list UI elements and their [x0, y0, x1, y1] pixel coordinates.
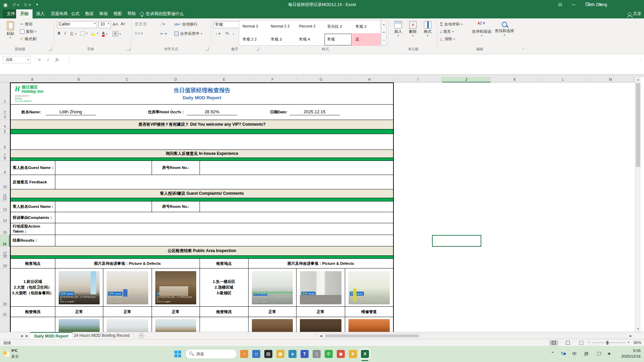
tab-scrollbar-splitter[interactable]: ⁞	[315, 334, 316, 337]
column-header-F[interactable]: F	[249, 77, 297, 82]
zoom-in-icon[interactable]: +	[627, 340, 630, 344]
merge-center-button[interactable]: 合并后居中▾	[174, 31, 202, 36]
cell-style-Percent 2[interactable]: Percent 2	[296, 20, 324, 33]
clear-button[interactable]: ◺清除▾	[440, 35, 463, 43]
horizontal-align-buttons[interactable]: ≡≡≡	[135, 31, 144, 35]
display-device-icon[interactable]: 🖵	[597, 351, 601, 356]
row-header-15[interactable]: 15	[0, 223, 10, 235]
phonetic-button[interactable]: 文▾	[113, 31, 121, 37]
cell-style-百分比 2[interactable]: 百分比 2	[324, 20, 352, 33]
column-header-C[interactable]: C	[103, 77, 152, 82]
accounting-format-button[interactable]: 🝔▾	[215, 31, 220, 36]
row-header-6[interactable]: 6	[0, 134, 10, 150]
sheet-nav-right-icon[interactable]: ▶	[24, 332, 30, 340]
vertical-scroll-thumb[interactable]	[636, 83, 640, 167]
taskbar-app-device[interactable]: ▯	[313, 350, 321, 358]
wrap-text-button[interactable]: ab↩自动换行	[174, 22, 198, 27]
fill-handle[interactable]	[480, 245, 482, 247]
photo-cell[interactable]: 打卡16:22贵州省贵阳市观山湖区…AC PARK商业综合体 2025.12.1…	[249, 268, 297, 306]
action-taken-input[interactable]	[55, 223, 393, 235]
sync-icon[interactable]: ↻	[561, 351, 566, 356]
taskbar-app-excel[interactable]: X	[361, 350, 369, 358]
tray-hidden-icons-chevron[interactable]: ⌃	[551, 351, 554, 356]
taskbar-app-contacts[interactable]: ◔	[240, 350, 248, 358]
fill-color-button[interactable]: ◌▾	[91, 31, 98, 36]
date-value[interactable]: 2025.12.15	[289, 109, 340, 115]
row-header-4[interactable]: 4	[0, 120, 10, 129]
restore-button[interactable]: ❐	[580, 0, 594, 9]
font-color-button[interactable]: A▾	[102, 31, 107, 37]
tab-insert[interactable]: 插入	[32, 9, 49, 18]
cell-style-Normal 2 2[interactable]: Normal 2 2	[267, 20, 296, 33]
cell-style-常规[interactable]: 常规	[324, 33, 352, 46]
insert-cells-button[interactable]: 插入▾	[391, 20, 405, 46]
tab-help[interactable]: 帮助	[123, 9, 140, 18]
collapse-ribbon-button[interactable]: ⌃	[522, 48, 525, 51]
cell-style-常规 4[interactable]: 常规 4	[296, 33, 324, 46]
horizontal-scroll-thumb[interactable]	[325, 335, 419, 337]
page-layout-view-icon[interactable]	[564, 340, 572, 346]
zoom-slider[interactable]	[592, 343, 626, 343]
normal-view-icon[interactable]	[549, 340, 558, 346]
row-header-14[interactable]: 14	[0, 212, 10, 223]
complaint-input[interactable]	[55, 212, 393, 223]
number-dialog-launcher[interactable]	[256, 47, 259, 51]
shrink-font-button[interactable]: A˅	[121, 22, 125, 26]
cell-style-差[interactable]: 差	[352, 33, 380, 46]
underline-dropdown[interactable]: ▾	[75, 33, 76, 36]
photo-cell[interactable]: 打卡16:18贵州省贵阳市观山湖区…AC PARK商业综合体 2025.12.1…	[297, 268, 345, 306]
save-icon[interactable]: ▣	[3, 2, 7, 7]
column-header-M[interactable]: M	[588, 77, 634, 82]
row-header-10[interactable]: 10	[0, 175, 10, 189]
sheet-nav-left-icon[interactable]: ◀	[19, 332, 24, 340]
room-no-input[interactable]	[200, 161, 393, 175]
enter-icon[interactable]: ✓	[47, 57, 50, 62]
font-dialog-launcher[interactable]	[127, 47, 130, 51]
row-header-3[interactable]: 3	[0, 115, 10, 120]
row-header-19[interactable]: 19	[0, 259, 10, 268]
indent-buttons[interactable]: ⇤⇥	[160, 31, 167, 36]
borders-button[interactable]: ▾	[80, 31, 88, 36]
hscroll-right-arrow[interactable]: ▶	[628, 332, 634, 340]
taskbar-app-notebook[interactable]: ▤	[264, 350, 272, 358]
ime-mode-icon[interactable]: 中	[572, 351, 577, 357]
selected-cell-J16[interactable]	[432, 235, 481, 247]
taskbar-app-people[interactable]: ☺	[252, 350, 260, 358]
row-header-18[interactable]: 18	[0, 256, 10, 259]
taskbar-clock[interactable]: 9:26 2025/12/16	[621, 348, 641, 359]
sort-filter-button[interactable]: AZ▼ 排序和筛选▾	[471, 20, 492, 46]
cell-styles-gallery[interactable]: Normal 2Normal 2 2Percent 2百分比 2常规 2常规 2…	[239, 20, 381, 46]
sheet-tab-24-hours-briefing[interactable]: 24 Hours MOD Briefing Record	[70, 332, 134, 340]
vertical-align-buttons[interactable]: ☰☰☰	[135, 22, 147, 26]
grow-font-button[interactable]: A˄	[113, 22, 118, 27]
photo-cell[interactable]: 打卡16:09贵州省贵阳市观山湖区…AC PARK商业综合体 2025.12.1…	[152, 268, 200, 306]
formula-bar-expand-icon[interactable]: ⌄	[639, 57, 641, 60]
start-button[interactable]	[174, 351, 181, 357]
page-break-view-icon[interactable]	[577, 340, 586, 346]
insert-function-icon[interactable]: fx	[56, 57, 59, 62]
clipboard-dialog-launcher[interactable]	[48, 47, 52, 51]
photo-cell[interactable]: 打卡16:23贵州省贵阳市观山湖区…AC PARK商业综合体 2025.12.1…	[345, 268, 393, 306]
row-header-13[interactable]: 13	[0, 201, 10, 212]
scroll-up-arrow[interactable]: ▲	[635, 77, 641, 82]
font-size-combo[interactable]: 10▾	[99, 21, 111, 28]
occ-value[interactable]: 28.92%	[187, 109, 237, 115]
copy-button[interactable]: 复制▾	[20, 28, 36, 35]
cancel-icon[interactable]: ✕	[38, 57, 41, 62]
qat-customize-icon[interactable]: ▼	[36, 3, 39, 6]
ribbon-display-options-icon[interactable]: ⊡	[553, 0, 567, 9]
delete-cells-button[interactable]: ✕ 删除▾	[406, 20, 420, 46]
speaker-icon[interactable]: 🕪	[608, 351, 610, 356]
guest-name-input[interactable]	[55, 161, 152, 175]
percent-button[interactable]: %	[225, 31, 229, 35]
close-button[interactable]: ✕	[594, 0, 607, 9]
column-header-B[interactable]: B	[55, 77, 103, 82]
minimize-button[interactable]: ─	[567, 0, 580, 9]
taskbar-app-edge[interactable]: e	[288, 350, 297, 358]
column-header-K[interactable]: K	[491, 77, 539, 82]
row-header-12[interactable]: 12	[0, 198, 10, 201]
tab-home[interactable]: 开始	[16, 9, 33, 18]
alignment-dialog-launcher[interactable]	[205, 47, 209, 51]
row-header-8[interactable]: 8	[0, 158, 10, 161]
taskbar-app-file-explorer[interactable]: ▣	[276, 350, 284, 358]
